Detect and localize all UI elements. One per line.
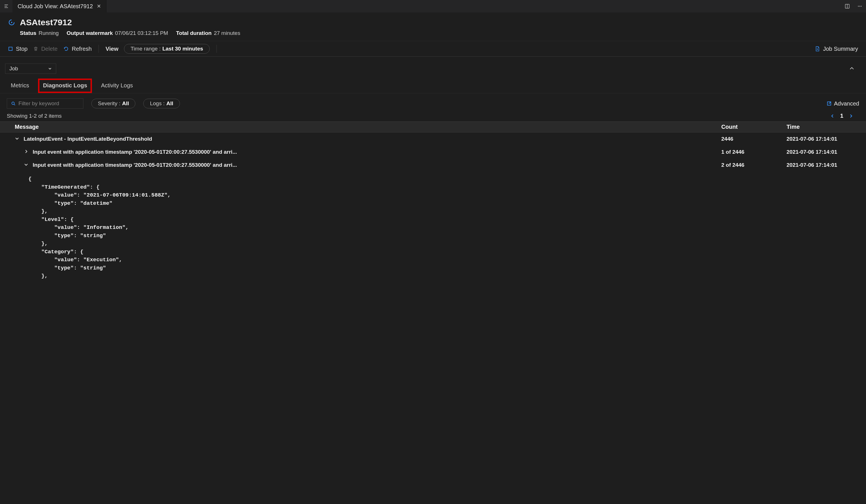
svg-point-5: [858, 6, 859, 7]
svg-point-9: [11, 22, 12, 23]
svg-point-7: [861, 6, 862, 7]
row-message: LateInputEvent - InputEventLateBeyondThr…: [24, 136, 152, 142]
svg-point-6: [859, 6, 860, 7]
logs-filter-label: Logs :: [150, 100, 165, 107]
row-message: Input event with application timestamp '…: [33, 149, 237, 155]
severity-label: Severity :: [98, 100, 120, 107]
results-status-row: Showing 1-2 of 2 items 1: [0, 111, 866, 121]
document-icon: [815, 46, 820, 52]
stop-label: Stop: [16, 46, 27, 52]
chevron-down-icon[interactable]: [24, 162, 31, 167]
refresh-label: Refresh: [72, 46, 92, 52]
prev-page-icon[interactable]: [831, 114, 834, 118]
chevron-down-icon[interactable]: [15, 136, 22, 141]
row-count: 1 of 2446: [721, 149, 787, 155]
editor-tab-label: Cloud Job View: ASAtest7912: [18, 3, 93, 10]
table-header: Message Count Time: [0, 121, 866, 133]
time-range-label: Time range :: [131, 46, 160, 52]
watermark-label: Output watermark: [67, 30, 113, 36]
pager: 1: [831, 113, 859, 119]
current-page: 1: [840, 113, 843, 119]
advanced-link[interactable]: Advanced: [826, 100, 859, 107]
row-count: 2 of 2446: [721, 162, 787, 168]
table-row[interactable]: Input event with application timestamp '…: [0, 146, 866, 158]
scope-select[interactable]: Job: [5, 64, 56, 74]
severity-filter[interactable]: Severity : All: [91, 99, 135, 108]
table-row[interactable]: LateInputEvent - InputEventLateBeyondThr…: [0, 133, 866, 146]
col-header-count[interactable]: Count: [721, 124, 787, 130]
tab-activity-logs[interactable]: Activity Logs: [99, 80, 134, 93]
chevron-right-icon[interactable]: [24, 149, 31, 154]
log-table: Message Count Time LateInputEvent - Inpu…: [0, 121, 866, 504]
col-header-message[interactable]: Message: [0, 124, 721, 130]
stop-button[interactable]: Stop: [8, 46, 27, 52]
job-summary-label: Job Summary: [823, 46, 858, 52]
duration-value: 27 minutes: [214, 30, 240, 36]
open-external-icon: [826, 101, 832, 106]
tab-metrics[interactable]: Metrics: [9, 80, 31, 93]
close-icon[interactable]: ✕: [97, 3, 101, 9]
refresh-button[interactable]: Refresh: [63, 46, 92, 52]
svg-point-15: [12, 102, 14, 105]
log-view-tabs: Metrics Diagnostic Logs Activity Logs: [0, 76, 866, 93]
row-time: 2021-07-06 17:14:01: [787, 162, 866, 168]
col-header-time[interactable]: Time: [787, 124, 866, 130]
status-label: Status: [20, 30, 36, 36]
row-time: 2021-07-06 17:14:01: [787, 149, 866, 155]
duration-label: Total duration: [176, 30, 211, 36]
scope-value: Job: [9, 66, 18, 72]
results-count: Showing 1-2 of 2 items: [7, 113, 62, 119]
sidebar-toggle-icon[interactable]: [0, 0, 12, 12]
status-value: Running: [38, 30, 59, 36]
tab-diagnostic-logs[interactable]: Diagnostic Logs: [38, 79, 92, 93]
row-time: 2021-07-06 17:14:01: [787, 136, 866, 142]
severity-value: All: [122, 100, 129, 107]
job-title: ASAtest7912: [20, 18, 72, 27]
search-input[interactable]: [19, 100, 79, 107]
scope-bar: Job: [0, 57, 866, 76]
chevron-down-icon: [48, 67, 52, 71]
watermark-value: 07/06/21 03:12:15 PM: [115, 30, 168, 36]
row-count: 2446: [721, 136, 787, 142]
delete-label: Delete: [41, 46, 58, 52]
log-json-detail: { "TimeGenerated": { "value": "2021-07-0…: [0, 171, 866, 284]
job-stats: StatusRunning Output watermark07/06/21 0…: [8, 30, 858, 36]
advanced-label: Advanced: [834, 100, 859, 107]
delete-button: Delete: [33, 46, 58, 52]
table-row[interactable]: Input event with application timestamp '…: [0, 158, 866, 171]
row-message: Input event with application timestamp '…: [33, 162, 237, 168]
svg-line-18: [829, 102, 831, 104]
time-range-value: Last 30 minutes: [162, 46, 203, 52]
search-icon: [11, 101, 15, 106]
time-range-picker[interactable]: Time range : Last 30 minutes: [124, 44, 210, 54]
svg-line-16: [14, 104, 15, 105]
stream-analytics-icon: [8, 19, 15, 26]
filter-bar: Severity : All Logs : All Advanced: [0, 93, 866, 111]
editor-tab-cloud-job-view[interactable]: Cloud Job View: ASAtest7912 ✕: [12, 0, 107, 12]
split-editor-icon[interactable]: [841, 0, 854, 12]
job-toolbar: Stop Delete Refresh View Time range : La…: [0, 41, 866, 57]
more-actions-icon[interactable]: [854, 0, 866, 12]
editor-tabstrip: Cloud Job View: ASAtest7912 ✕: [0, 0, 866, 12]
job-summary-link[interactable]: Job Summary: [815, 46, 858, 52]
view-label: View: [106, 46, 118, 52]
toolbar-divider: [216, 45, 217, 53]
logs-filter[interactable]: Logs : All: [143, 99, 180, 108]
collapse-panel-icon[interactable]: [849, 66, 861, 71]
search-box[interactable]: [7, 98, 84, 109]
svg-rect-10: [9, 47, 12, 51]
logs-filter-value: All: [166, 100, 173, 107]
job-header: ASAtest7912 StatusRunning Output waterma…: [0, 12, 866, 41]
next-page-icon[interactable]: [849, 114, 853, 118]
